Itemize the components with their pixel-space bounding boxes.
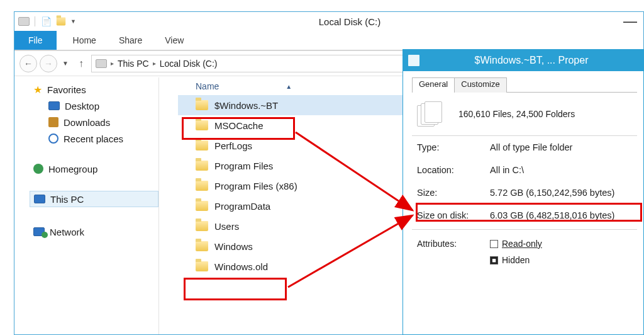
- file-name: $Windows.~BT: [214, 100, 278, 111]
- tab-share[interactable]: Share: [108, 31, 153, 50]
- sidebar-item-thispc[interactable]: This PC: [30, 191, 158, 207]
- minimize-button[interactable]: —: [623, 13, 637, 30]
- forward-button[interactable]: →: [40, 55, 57, 72]
- desktop-icon: [48, 101, 60, 110]
- sidebar-item-homegroup[interactable]: Homegroup: [30, 161, 158, 177]
- folder-icon: [196, 120, 208, 130]
- sidebar-item-desktop[interactable]: Desktop: [45, 98, 158, 114]
- thispc-icon: [34, 195, 45, 203]
- sidebar-item-downloads[interactable]: Downloads: [45, 114, 158, 130]
- file-name: Users: [214, 221, 239, 232]
- prop-type-label: Type:: [417, 142, 490, 152]
- properties-window: $Windows.~BT, ... Proper General Customi…: [402, 49, 644, 335]
- checkbox-label: Hidden: [502, 255, 530, 265]
- breadcrumb-thispc[interactable]: This PC▸: [118, 59, 157, 69]
- file-name: Program Files: [214, 161, 273, 171]
- homegroup-icon: [33, 164, 43, 174]
- breadcrumb-localdisk[interactable]: Local Disk (C:): [160, 59, 218, 69]
- properties-body: General Customize 160,610 Files, 24,500 …: [403, 71, 643, 268]
- checkbox-readonly[interactable]: Read-only: [490, 239, 542, 249]
- tab-view[interactable]: View: [153, 31, 195, 50]
- prop-row-location: Location: All in C:\: [412, 159, 637, 181]
- sidebar-item-label: Downloads: [64, 117, 110, 128]
- checkbox-icon: ■: [490, 256, 498, 264]
- file-name: Windows.old: [214, 261, 268, 272]
- history-dropdown-icon[interactable]: ▼: [60, 60, 71, 67]
- drive-icon: [18, 16, 30, 27]
- sidebar-item-recent[interactable]: Recent places: [45, 130, 158, 147]
- sort-indicator-icon: ▲: [286, 83, 292, 90]
- downloads-icon: [48, 117, 58, 127]
- tab-file[interactable]: File: [14, 31, 57, 50]
- breadcrumb-drive-icon[interactable]: ▸: [96, 59, 115, 68]
- quick-access-new-icon[interactable]: 📄: [40, 16, 52, 27]
- prop-sizeondisk-value: 6.03 GB (6,482,518,016 bytes): [490, 210, 637, 220]
- up-button[interactable]: ↑: [74, 58, 89, 69]
- prop-row-sizeondisk: Size on disk: 6.03 GB (6,482,518,016 byt…: [412, 204, 637, 227]
- file-count-value: 160,610 Files, 24,500 Folders: [458, 109, 575, 119]
- tab-customize[interactable]: Customize: [455, 77, 506, 93]
- navigation-pane: ★ Favorites Desktop Downloads Recent pla…: [14, 77, 159, 334]
- file-name: ProgramData: [214, 201, 270, 212]
- network-icon: [33, 227, 45, 236]
- folder-icon: [196, 161, 208, 171]
- recent-icon: [48, 133, 58, 144]
- quick-access-dropdown-icon[interactable]: ▼: [70, 18, 76, 25]
- prop-row-size: Size: 5.72 GB (6,150,242,596 bytes): [412, 181, 637, 204]
- files-stack-icon: [417, 101, 442, 127]
- column-header-name[interactable]: Name: [196, 81, 219, 91]
- properties-titlebar[interactable]: $Windows.~BT, ... Proper: [403, 50, 643, 71]
- file-name: PerfLogs: [214, 140, 252, 151]
- prop-location-label: Location:: [417, 165, 490, 175]
- sidebar-item-label: Recent places: [64, 133, 123, 144]
- sidebar-item-network[interactable]: Network: [30, 224, 158, 240]
- file-name: MSOCache: [214, 120, 264, 131]
- titlebar[interactable]: 📄 ▼ Local Disk (C:) —: [14, 12, 643, 31]
- star-icon: ★: [33, 84, 42, 96]
- file-name: Program Files (x86): [214, 181, 297, 191]
- sidebar-item-label: Network: [50, 227, 84, 237]
- back-button[interactable]: ←: [19, 55, 37, 72]
- prop-row-type: Type: All of type File folder: [412, 136, 637, 159]
- checkbox-label: Read-only: [502, 239, 542, 249]
- file-count-row: 160,610 Files, 24,500 Folders: [412, 99, 637, 136]
- sidebar-item-label: Desktop: [65, 101, 99, 111]
- prop-location-value: All in C:\: [490, 165, 637, 175]
- prop-size-label: Size:: [417, 188, 490, 198]
- folder-icon: [196, 201, 208, 211]
- folder-icon: [196, 221, 208, 231]
- file-name: Windows: [214, 241, 253, 252]
- prop-type-value: All of type File folder: [490, 142, 637, 152]
- folder-icon: [196, 140, 208, 150]
- sidebar-item-label: This PC: [50, 194, 84, 205]
- folder-icon: [196, 261, 208, 271]
- tab-general[interactable]: General: [412, 77, 455, 93]
- folder-icon: [196, 241, 208, 251]
- properties-title: $Windows.~BT, ... Proper: [425, 55, 638, 66]
- prop-attributes-label: Attributes:: [417, 239, 490, 265]
- tab-home[interactable]: Home: [62, 31, 108, 50]
- sidebar-item-favorites[interactable]: ★ Favorites: [30, 81, 158, 98]
- sidebar-item-label: Homegroup: [48, 164, 97, 174]
- separator: [35, 16, 35, 26]
- window-title: Local Disk (C:): [80, 16, 619, 27]
- prop-size-value: 5.72 GB (6,150,242,596 bytes): [490, 188, 637, 198]
- folder-icon: [196, 181, 208, 191]
- prop-sizeondisk-label: Size on disk:: [417, 210, 490, 220]
- prop-row-attributes: Attributes: Read-only ■ Hidden: [412, 230, 637, 268]
- quick-access-folder-icon[interactable]: [55, 16, 67, 27]
- checkbox-hidden[interactable]: ■ Hidden: [490, 255, 542, 265]
- sidebar-item-label: Favorites: [47, 84, 86, 95]
- properties-icon: [408, 55, 419, 66]
- checkbox-icon: [490, 240, 498, 248]
- folder-icon: [196, 100, 208, 110]
- ribbon-tabs: File Home Share View: [14, 31, 643, 51]
